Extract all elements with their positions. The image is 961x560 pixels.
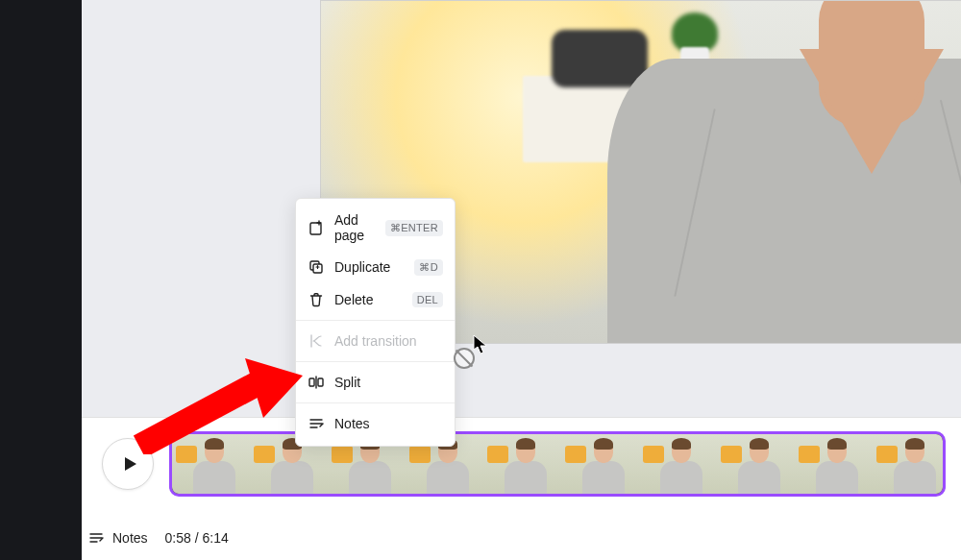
menu-label: Delete: [334, 292, 403, 307]
menu-separator: [296, 320, 455, 321]
menu-label: Add page: [334, 212, 376, 243]
time-display: 0:58 / 6:14: [165, 530, 229, 546]
notes-icon: [308, 415, 325, 432]
svg-rect-3: [309, 378, 314, 386]
annotation-arrow: [132, 341, 309, 458]
menu-separator: [296, 402, 455, 403]
notes-label: Notes: [112, 530, 148, 546]
menu-add-transition: Add transition: [296, 325, 455, 357]
bottom-bar: Notes 0:58 / 6:14: [82, 519, 961, 557]
side-panel: [0, 0, 82, 560]
menu-shortcut: ⌘ENTER: [385, 220, 443, 236]
split-icon: [308, 374, 325, 391]
menu-label: Duplicate: [334, 259, 405, 275]
menu-separator: [296, 361, 455, 362]
trash-icon: [308, 291, 325, 308]
notes-button[interactable]: Notes: [87, 529, 148, 547]
add-page-icon: [308, 219, 325, 236]
menu-label: Split: [334, 375, 443, 390]
menu-notes[interactable]: Notes: [296, 407, 455, 440]
not-allowed-icon: [454, 348, 475, 369]
menu-delete[interactable]: Delete DEL: [296, 283, 455, 316]
transition-icon: [308, 332, 325, 350]
menu-duplicate[interactable]: Duplicate ⌘D: [296, 251, 455, 283]
menu-shortcut: DEL: [412, 292, 443, 307]
svg-rect-4: [318, 378, 323, 386]
cursor-icon: [473, 334, 488, 359]
page-context-menu: Add page ⌘ENTER Duplicate ⌘D Delete DEL …: [295, 198, 456, 447]
duplicate-icon: [308, 258, 325, 276]
menu-split[interactable]: Split: [296, 366, 455, 399]
notes-icon: [87, 529, 105, 547]
menu-label: Add transition: [334, 333, 443, 349]
menu-add-page[interactable]: Add page ⌘ENTER: [296, 205, 455, 251]
menu-label: Notes: [334, 416, 443, 431]
menu-shortcut: ⌘D: [414, 259, 443, 276]
